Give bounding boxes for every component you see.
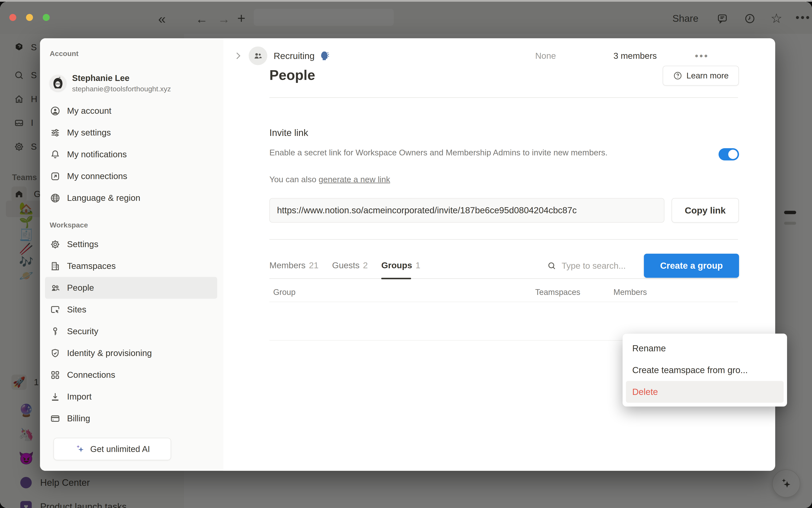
zoom-window-button[interactable] — [43, 14, 50, 21]
globe-icon — [50, 193, 61, 204]
download-icon — [50, 391, 61, 402]
close-window-button[interactable] — [9, 14, 16, 21]
sidebar-item-people[interactable]: People — [45, 277, 217, 299]
browser-cursor-icon — [50, 304, 61, 315]
generate-new-link[interactable]: generate a new link — [319, 175, 390, 184]
tab-members[interactable]: Members21 — [270, 252, 319, 279]
account-section-label: Account — [50, 47, 223, 60]
column-header-group: Group — [273, 288, 296, 297]
group-members-value: 3 members — [613, 38, 657, 73]
sidebar-item-my-notifications[interactable]: My notifications — [50, 143, 217, 165]
gear-icon — [50, 239, 61, 250]
group-name: Recruiting — [274, 51, 315, 61]
invite-link-description: Enable a secret link for Workspace Owner… — [270, 146, 633, 159]
arrow-square-icon — [50, 171, 61, 182]
group-context-menu: Rename Create teamspace from gro... Dele… — [622, 334, 787, 407]
screen-top-edge — [0, 0, 812, 2]
menu-item-create-teamspace[interactable]: Create teamspace from gro... — [626, 359, 784, 381]
sidebar-item-security[interactable]: Security — [50, 321, 217, 342]
sliders-icon — [50, 127, 61, 138]
avatar — [50, 75, 66, 91]
question-circle-icon — [673, 71, 683, 81]
group-more-options-icon[interactable]: ••• — [695, 38, 709, 73]
group-search[interactable]: Type to search... — [547, 253, 626, 279]
menu-item-rename[interactable]: Rename — [626, 337, 784, 359]
invite-link-toggle[interactable] — [719, 148, 739, 161]
sidebar-item-my-connections[interactable]: My connections — [50, 165, 217, 187]
sidebar-item-billing[interactable]: Billing — [50, 408, 217, 429]
tab-guests[interactable]: Guests2 — [332, 252, 368, 279]
divider — [270, 97, 738, 98]
expand-chevron-icon[interactable] — [234, 52, 240, 59]
sidebar-item-my-account[interactable]: My account — [50, 100, 217, 122]
workspace-section-label: Workspace — [50, 218, 223, 232]
group-avatar — [249, 46, 267, 65]
group-teamspaces-value: None — [535, 38, 556, 73]
user-email: stephanie@toolsforthought.xyz — [72, 84, 171, 94]
group-people-icon — [252, 50, 263, 61]
sidebar-item-language-region[interactable]: Language & region — [50, 187, 217, 209]
search-icon — [547, 261, 557, 270]
person-circle-icon — [50, 105, 61, 117]
search-placeholder: Type to search... — [562, 261, 626, 271]
ai-sparkle-icon — [75, 443, 86, 455]
tab-groups[interactable]: Groups1 — [381, 252, 420, 279]
divider — [270, 302, 738, 302]
sidebar-item-my-settings[interactable]: My settings — [50, 122, 217, 143]
invite-link-heading: Invite link — [270, 127, 308, 138]
column-header-teamspaces: Teamspaces — [535, 288, 580, 297]
building-icon — [50, 261, 61, 272]
generate-link-note: You can also generate a new link — [270, 175, 390, 184]
settings-sidebar: Account Stephanie Lee stephanie@toolsfor… — [40, 38, 223, 471]
screen: « ← → + Share ☆ ••• S S H — [0, 0, 812, 508]
key-icon — [50, 326, 61, 337]
window-controls — [9, 14, 50, 21]
divider — [270, 239, 738, 240]
sidebar-item-settings[interactable]: Settings — [50, 234, 217, 255]
column-header-members: Members — [613, 288, 647, 297]
sidebar-item-sites[interactable]: Sites — [50, 299, 217, 321]
speaking-head-icon — [319, 50, 330, 62]
sidebar-item-identity-provisioning[interactable]: Identity & provisioning — [50, 342, 217, 364]
bell-icon — [50, 149, 61, 160]
grid-icon — [50, 370, 61, 381]
invite-url-input[interactable]: https://www.notion.so/acmeincorporated/i… — [270, 198, 664, 223]
sidebar-item-import[interactable]: Import — [50, 386, 217, 408]
minimize-window-button[interactable] — [26, 14, 33, 21]
notion-window: « ← → + Share ☆ ••• S S H — [0, 2, 812, 508]
sidebar-item-connections[interactable]: Connections — [50, 364, 217, 386]
shield-check-icon — [50, 348, 61, 359]
menu-item-delete[interactable]: Delete — [626, 381, 784, 403]
account-user[interactable]: Stephanie Lee stephanie@toolsforthought.… — [50, 66, 223, 100]
user-name: Stephanie Lee — [72, 72, 171, 84]
credit-card-icon — [50, 413, 61, 424]
get-unlimited-ai-button[interactable]: Get unlimited AI — [53, 438, 171, 460]
toggle-knob — [728, 150, 738, 159]
create-group-button[interactable]: Create a group — [644, 254, 739, 278]
page-title: People — [270, 67, 315, 83]
copy-link-button[interactable]: Copy link — [672, 198, 739, 223]
sidebar-item-teamspaces[interactable]: Teamspaces — [50, 255, 217, 277]
people-icon — [50, 283, 61, 293]
